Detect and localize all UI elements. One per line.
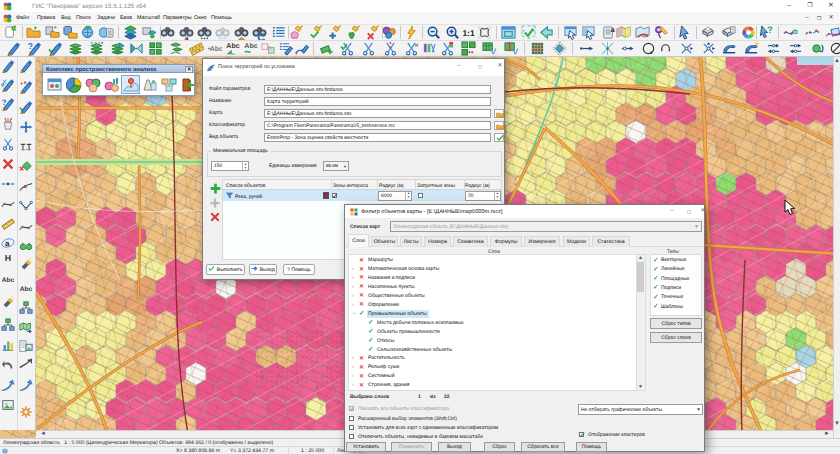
svg-text:Abc: Abc	[226, 41, 239, 49]
svg-text:?: ?	[767, 26, 773, 36]
svg-text:Abc: Abc	[244, 41, 257, 49]
svg-text:H: H	[5, 254, 11, 264]
svg-text:Abc: Abc	[2, 276, 14, 284]
svg-text:1:1: 1:1	[462, 28, 474, 37]
svg-text:a: a	[611, 25, 616, 33]
svg-text:Abc: Abc	[210, 45, 222, 53]
svg-text:Abc: Abc	[20, 285, 32, 293]
svg-text:a: a	[185, 35, 189, 40]
